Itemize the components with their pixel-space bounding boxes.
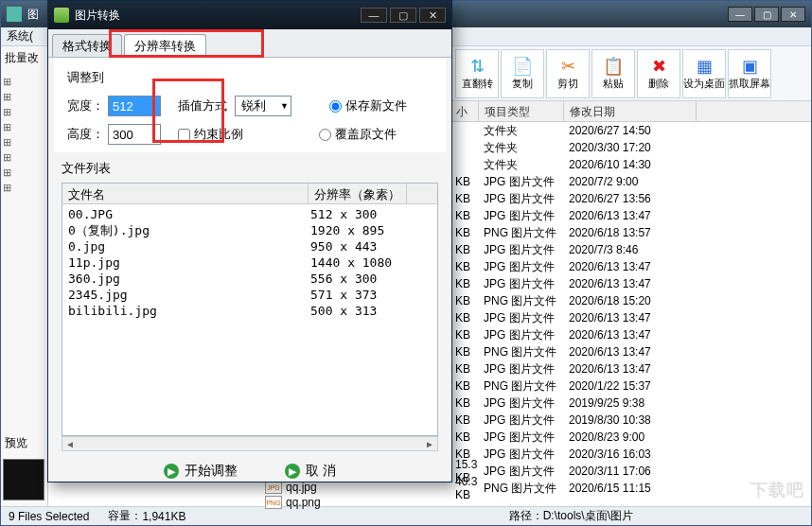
tab-format[interactable]: 格式转换 [52, 34, 122, 57]
toolbar-flip-button[interactable]: ⇅直翻转 [455, 49, 499, 98]
cancel-button[interactable]: ▶ 取 消 [285, 463, 336, 480]
dialog-body: 调整到 宽度： 插值方式 锐利 ▼ 保存新文件 高度： 约束比例 覆盖原文件 [54, 58, 446, 152]
dialog-close-button[interactable]: ✕ [419, 8, 446, 23]
status-capacity-label: 容量： [108, 508, 142, 524]
dialog-hscrollbar[interactable]: ◄ ► [62, 436, 438, 451]
cancel-icon: ▶ [285, 464, 300, 479]
minimize-button[interactable]: — [728, 7, 752, 22]
col-filename[interactable]: 文件名 [62, 184, 309, 203]
toolbar-paste-button[interactable]: 📋粘贴 [591, 49, 635, 98]
dialog-buttons: ▶ 开始调整 ▶ 取 消 [48, 451, 451, 487]
png-icon: PNG [265, 496, 282, 509]
toolbar-wallpaper-button[interactable]: ▦设为桌面 [682, 49, 726, 98]
height-input[interactable] [108, 124, 161, 145]
dialog-tabs: 格式转换 分辨率转换 [48, 29, 451, 58]
menu-system[interactable]: 系统( [7, 28, 33, 44]
toolbar-copy-button[interactable]: 📄复制 [501, 49, 544, 98]
scroll-right-icon[interactable]: ► [422, 439, 437, 449]
col-type[interactable]: 项目类型 [479, 101, 564, 121]
status-path: D:\tools\桌面\图片 [543, 508, 633, 524]
adjust-to-label: 调整到 [67, 69, 432, 86]
file-list-label: 文件列表 [62, 160, 438, 177]
toolbar-cut-button[interactable]: ✂剪切 [546, 49, 590, 98]
scroll-left-icon[interactable]: ◄ [62, 439, 78, 449]
cut-icon: ✂ [557, 56, 578, 77]
folder-tree[interactable] [1, 70, 47, 199]
file-row-under[interactable]: PNG qq.png [265, 496, 321, 509]
dialog-titlebar[interactable]: 图片转换 — ▢ ✕ [48, 1, 451, 29]
maximize-button[interactable]: ▢ [754, 7, 779, 22]
side-panel: 批量改 预览 [1, 46, 48, 506]
status-bar: 9 Files Selected 容量： 1,941KB 路径： D:\tool… [1, 506, 811, 525]
delete-icon: ✖ [648, 56, 669, 77]
toolbar-delete-button[interactable]: ✖删除 [637, 49, 680, 98]
convert-dialog: 图片转换 — ▢ ✕ 格式转换 分辨率转换 调整到 宽度： 插值方式 锐利 ▼ … [47, 0, 452, 482]
copy-icon: 📄 [512, 56, 533, 77]
dialog-icon [54, 8, 69, 23]
status-capacity: 1,941KB [142, 510, 185, 523]
interp-label: 插值方式 [178, 97, 227, 114]
list-item[interactable]: 2345.jpg571 x 373 [68, 287, 437, 303]
batch-label[interactable]: 批量改 [1, 46, 47, 70]
col-date[interactable]: 修改日期 [564, 101, 697, 121]
tab-resolution[interactable]: 分辨率转换 [124, 34, 206, 57]
paste-icon: 📋 [603, 56, 624, 77]
interp-value: 锐利 [241, 97, 280, 114]
capture-icon: ▣ [739, 56, 760, 77]
dialog-file-list: 文件名 分辨率（象素） 00.JPG512 x 3000（复制).jpg1920… [62, 183, 438, 436]
dialog-minimize-button[interactable]: — [361, 8, 387, 23]
watermark: 下载吧 [750, 479, 804, 501]
file-list-body[interactable]: 00.JPG512 x 3000（复制).jpg1920 x 8950.jpg9… [62, 204, 437, 319]
list-item[interactable]: 360.jpg556 x 300 [68, 271, 437, 287]
dialog-maximize-button[interactable]: ▢ [390, 8, 416, 23]
overwrite-radio[interactable]: 覆盖原文件 [319, 126, 397, 143]
preview-thumbnail[interactable] [3, 459, 44, 500]
wallpaper-icon: ▦ [694, 56, 715, 77]
col-size[interactable]: 小 [450, 101, 479, 121]
chevron-down-icon: ▼ [280, 101, 289, 111]
interp-combo[interactable]: 锐利 ▼ [235, 96, 291, 116]
play-icon: ▶ [164, 464, 179, 479]
list-item[interactable]: 0.jpg950 x 443 [68, 238, 437, 254]
main-title: 图 [27, 7, 39, 23]
dialog-title: 图片转换 [75, 8, 120, 24]
list-item[interactable]: 00.JPG512 x 300 [68, 206, 437, 222]
preview-label: 预览 [5, 435, 27, 451]
save-new-radio[interactable]: 保存新文件 [329, 97, 407, 114]
toolbar-capture-button[interactable]: ▣抓取屏幕 [728, 49, 771, 98]
list-item[interactable]: bilibili.jpg500 x 313 [68, 303, 437, 319]
width-label: 宽度： [67, 97, 104, 114]
list-item[interactable]: 0（复制).jpg1920 x 895 [68, 222, 437, 238]
list-item[interactable]: 11p.jpg1440 x 1080 [68, 254, 437, 271]
status-path-label: 路径： [509, 508, 543, 524]
start-button[interactable]: ▶ 开始调整 [164, 463, 238, 480]
col-resolution[interactable]: 分辨率（象素） [309, 184, 407, 203]
constrain-checkbox[interactable]: 约束比例 [178, 126, 243, 143]
app-icon [7, 7, 22, 22]
file-list-header[interactable]: 文件名 分辨率（象素） [62, 184, 437, 204]
flip-icon: ⇅ [467, 56, 487, 77]
file-name: qq.png [286, 496, 321, 509]
status-selected: 9 Files Selected [9, 510, 89, 523]
height-label: 高度： [67, 126, 104, 143]
width-input[interactable] [108, 96, 161, 116]
close-button[interactable]: ✕ [781, 7, 805, 22]
